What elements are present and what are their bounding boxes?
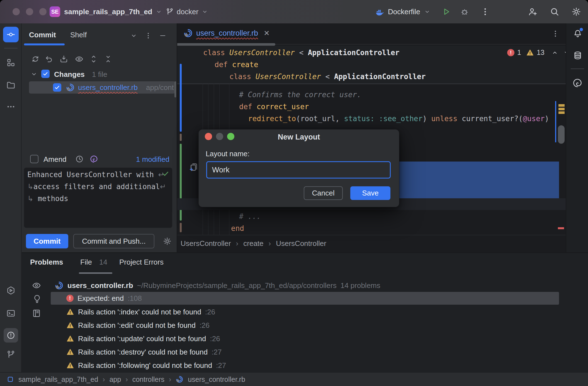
search-everywhere-button[interactable]: [550, 7, 560, 17]
commit-options-gear-icon[interactable]: [163, 237, 172, 246]
terminal-tool-button[interactable]: [6, 309, 16, 318]
hide-panel-chevron-icon[interactable]: [130, 32, 138, 40]
view-options-eye-icon[interactable]: [32, 281, 41, 290]
problems-title[interactable]: Problems: [30, 258, 63, 267]
statusbar-segment[interactable]: app: [110, 375, 121, 383]
git-tool-button[interactable]: [6, 350, 16, 359]
sticky-line[interactable]: def create: [215, 59, 258, 71]
statusbar-segment[interactable]: controllers: [132, 375, 164, 383]
ai-assistant-tool-button[interactable]: [572, 78, 582, 88]
window-close-button[interactable]: [13, 8, 20, 15]
commit-history-icon[interactable]: [75, 155, 84, 163]
breadcrumb-item[interactable]: UsersController: [181, 239, 231, 248]
project-tool-button[interactable]: [6, 80, 16, 90]
tab-scrollbar-thumb[interactable]: [177, 43, 275, 46]
rollback-icon[interactable]: [45, 55, 54, 63]
editor-scrollbar-thumb[interactable]: [558, 125, 565, 144]
check-icon: [54, 84, 60, 91]
statusbar-file[interactable]: users_controller.rb: [188, 375, 245, 383]
breadcrumb-separator: ›: [125, 375, 128, 383]
changes-expander-icon[interactable]: [30, 70, 38, 78]
breadcrumb-item[interactable]: UsersController: [276, 239, 326, 248]
problem-text: Rails action ':destroy' could not be fou…: [78, 348, 208, 356]
run-config-widget[interactable]: Dockerfile: [375, 6, 431, 17]
structure-tool-button[interactable]: [6, 58, 16, 67]
tab-file[interactable]: File: [80, 258, 92, 267]
window-zoom-button[interactable]: [39, 8, 47, 15]
docker-icon: [375, 7, 385, 16]
refresh-icon[interactable]: [31, 55, 40, 63]
breadcrumb-item[interactable]: create: [243, 239, 263, 248]
preview-diff-icon[interactable]: [75, 55, 84, 63]
editor-options-button[interactable]: [551, 30, 560, 38]
file-checkbox[interactable]: [53, 83, 61, 92]
open-preview-icon[interactable]: [32, 309, 41, 318]
tab-shelf[interactable]: Shelf: [70, 31, 87, 39]
tab-commit[interactable]: Commit: [29, 31, 56, 39]
prev-problem-icon[interactable]: [551, 49, 558, 56]
code-line[interactable]: def correct_user: [239, 101, 309, 113]
amend-label[interactable]: Amend: [43, 155, 66, 164]
services-tool-button[interactable]: [6, 286, 16, 295]
code-with-me-button[interactable]: [528, 7, 538, 17]
ruby-class-icon: [183, 28, 193, 38]
more-actions-button[interactable]: [480, 7, 490, 16]
project-widget[interactable]: sample_rails_app_7th_ed: [64, 7, 162, 17]
changes-checkbox[interactable]: [41, 70, 50, 78]
code-line[interactable]: # ...: [239, 211, 261, 223]
more-tools-button[interactable]: [6, 102, 16, 111]
shelve-icon[interactable]: [59, 55, 68, 63]
sticky-line[interactable]: class UsersController < ApplicationContr…: [229, 71, 426, 83]
problem-row[interactable]: Rails action ':following' could not be f…: [66, 359, 226, 372]
database-tool-button[interactable]: [573, 51, 582, 60]
code-line[interactable]: # Confirms the correct user.: [239, 89, 361, 101]
statusbar-project[interactable]: sample_rails_app_7th_ed: [18, 375, 98, 383]
sticky-line[interactable]: class UsersController < ApplicationContr…: [203, 47, 399, 59]
cancel-button[interactable]: Cancel: [304, 186, 343, 200]
tab-project-errors[interactable]: Project Errors: [119, 258, 164, 267]
problem-row[interactable]: Rails action ':edit' could not be found …: [66, 319, 210, 332]
problems-tool-button[interactable]: [4, 328, 18, 343]
clipboard-plus-icon[interactable]: [189, 162, 199, 172]
changed-file-row[interactable]: users_controller.rb app/cont: [29, 81, 175, 94]
problems-icon: [6, 331, 15, 340]
window-minimize-button[interactable]: [26, 8, 33, 15]
right-tool-stripe: [566, 23, 588, 252]
title-bar: SE sample_rails_app_7th_ed docker Docker…: [0, 0, 588, 24]
save-button[interactable]: Save: [350, 186, 390, 200]
ai-generate-message-icon[interactable]: [90, 155, 98, 163]
amend-checkbox[interactable]: [30, 155, 38, 163]
inspections-widget[interactable]: ! 1 13: [507, 48, 570, 57]
problem-row[interactable]: Rails action ':destroy' could not be fou…: [66, 345, 222, 359]
branch-widget[interactable]: docker: [166, 7, 208, 17]
close-tab-icon[interactable]: ✕: [264, 29, 270, 38]
problems-file-row[interactable]: users_controller.rb ~/RubymineProjects/s…: [55, 280, 380, 291]
debug-button[interactable]: [460, 7, 469, 16]
quick-fix-bulb-icon[interactable]: [32, 294, 42, 304]
warning-count: 13: [537, 48, 545, 57]
settings-button[interactable]: [571, 7, 581, 17]
run-button[interactable]: [441, 7, 451, 16]
changes-label[interactable]: Changes: [54, 70, 85, 79]
commit-icon: [6, 30, 15, 39]
panel-scrollbar[interactable]: [174, 81, 176, 97]
minimize-panel-button[interactable]: [159, 32, 167, 40]
status-bar: sample_rails_app_7th_ed › app › controll…: [0, 372, 588, 386]
panel-options-button[interactable]: [144, 32, 152, 40]
commit-tool-button[interactable]: [3, 27, 19, 42]
code-line[interactable]: end: [231, 223, 244, 234]
problem-row[interactable]: Rails action ':index' could not be found…: [66, 305, 215, 319]
modified-count-link[interactable]: 1 modified: [122, 155, 169, 164]
commit-message-editor[interactable]: Enhanced UsersController with ↵ ↳access …: [24, 168, 172, 228]
code-line[interactable]: redirect_to(root_url, status: :see_other…: [248, 113, 549, 125]
commit-button[interactable]: Commit: [26, 234, 68, 248]
problem-row-selected[interactable]: ! Expected: end :108: [51, 292, 559, 305]
gutter-change-marker-gray: [180, 134, 182, 141]
expand-all-icon[interactable]: [89, 55, 98, 63]
stripe-divider: [4, 48, 18, 48]
collapse-all-icon[interactable]: [104, 55, 113, 63]
layout-name-input[interactable]: Work: [206, 161, 391, 179]
problem-row[interactable]: Rails action ':update' could not be foun…: [66, 332, 220, 345]
editor-tab-users-controller[interactable]: users_controller.rb ✕: [183, 28, 270, 38]
commit-and-push-button[interactable]: Commit and Push...: [73, 234, 154, 248]
